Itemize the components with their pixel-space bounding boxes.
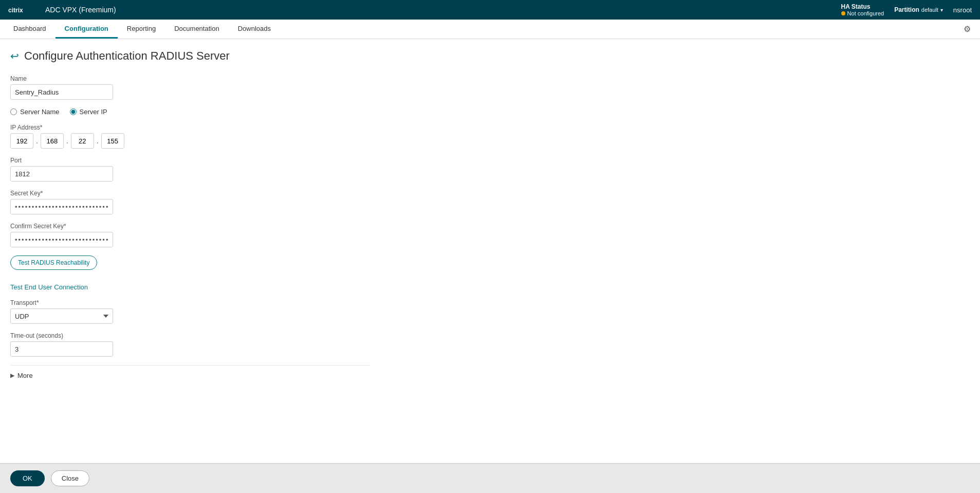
ip-dot-1: .	[35, 137, 39, 145]
server-ip-radio-label: Server IP	[80, 108, 107, 116]
ha-status: HA Status Not configured	[841, 3, 884, 16]
secret-key-group: Secret Key*	[10, 190, 370, 214]
name-group: Name	[10, 75, 370, 100]
ip-dot-3: .	[96, 137, 99, 145]
port-label: Port	[10, 157, 370, 164]
transport-group: Transport* UDP TCP TLS	[10, 299, 370, 324]
test-end-user-link[interactable]: Test End User Connection	[10, 283, 370, 291]
top-bar-right: HA Status Not configured Partition defau…	[841, 3, 972, 16]
form-section: Name Server Name Server IP IP Address* .…	[10, 75, 370, 386]
server-ip-radio[interactable]	[70, 108, 77, 115]
more-chevron-icon: ▶	[10, 372, 14, 379]
port-input[interactable]	[10, 166, 113, 181]
confirm-secret-group: Confirm Secret Key*	[10, 223, 370, 247]
tab-dashboard[interactable]: Dashboard	[4, 20, 56, 39]
top-bar-left: citrix ADC VPX (Freemium)	[8, 4, 116, 15]
confirm-secret-input[interactable]	[10, 232, 113, 247]
more-label: More	[17, 372, 33, 379]
ip-label: IP Address*	[10, 124, 370, 131]
citrix-logo-svg: citrix	[8, 4, 39, 15]
secret-key-label: Secret Key*	[10, 190, 370, 197]
page-title: Configure Authentication RADIUS Server	[24, 49, 230, 63]
svg-text:citrix: citrix	[8, 7, 23, 14]
ip-address-row: . . .	[10, 133, 370, 149]
transport-select[interactable]: UDP TCP TLS	[10, 308, 113, 324]
timeout-label: Time-out (seconds)	[10, 332, 370, 339]
ip-dot-2: .	[66, 137, 69, 145]
server-type-group: Server Name Server IP	[10, 108, 370, 116]
partition-chevron-icon: ▾	[940, 7, 943, 13]
ha-status-label: HA Status	[841, 3, 871, 10]
timeout-group: Time-out (seconds)	[10, 332, 370, 357]
ha-status-value: Not configured	[841, 10, 884, 16]
tab-reporting[interactable]: Reporting	[118, 20, 165, 39]
server-ip-radio-option[interactable]: Server IP	[70, 108, 107, 116]
secret-key-input[interactable]	[10, 199, 113, 214]
port-group: Port	[10, 157, 370, 181]
timeout-input[interactable]	[10, 341, 113, 357]
more-section[interactable]: ▶ More	[10, 365, 370, 386]
app-title: ADC VPX (Freemium)	[45, 6, 116, 14]
ip-octet-4[interactable]	[101, 133, 124, 149]
server-name-radio-option[interactable]: Server Name	[10, 108, 60, 116]
tab-documentation[interactable]: Documentation	[165, 20, 228, 39]
name-label: Name	[10, 75, 370, 82]
settings-icon[interactable]: ⚙	[958, 20, 976, 39]
server-name-radio-label: Server Name	[20, 108, 60, 116]
server-name-radio[interactable]	[10, 108, 17, 115]
ha-status-dot	[841, 11, 845, 15]
back-arrow-icon[interactable]: ↩	[10, 50, 19, 62]
nav-tabs: Dashboard Configuration Reporting Docume…	[4, 20, 280, 39]
page-content: ↩ Configure Authentication RADIUS Server…	[0, 39, 980, 463]
test-radius-button[interactable]: Test RADIUS Reachability	[10, 255, 97, 270]
name-input[interactable]	[10, 84, 113, 100]
ha-status-text: Not configured	[847, 10, 884, 16]
transport-label: Transport*	[10, 299, 370, 306]
tab-downloads[interactable]: Downloads	[229, 20, 280, 39]
nav-bar: Dashboard Configuration Reporting Docume…	[0, 20, 980, 39]
ip-octet-1[interactable]	[10, 133, 33, 149]
tab-configuration[interactable]: Configuration	[56, 20, 118, 39]
partition[interactable]: Partition default ▾	[894, 6, 943, 13]
ip-octet-2[interactable]	[41, 133, 64, 149]
partition-value: default	[921, 7, 938, 13]
test-radius-group: Test RADIUS Reachability	[10, 255, 370, 275]
user-label: nsroot	[953, 6, 972, 14]
ip-address-group: IP Address* . . .	[10, 124, 370, 149]
citrix-logo: citrix	[8, 4, 39, 15]
ip-octet-3[interactable]	[71, 133, 94, 149]
confirm-secret-label: Confirm Secret Key*	[10, 223, 370, 230]
top-bar: citrix ADC VPX (Freemium) HA Status Not …	[0, 0, 980, 20]
page-header: ↩ Configure Authentication RADIUS Server	[10, 49, 970, 63]
partition-label: Partition	[894, 6, 919, 13]
